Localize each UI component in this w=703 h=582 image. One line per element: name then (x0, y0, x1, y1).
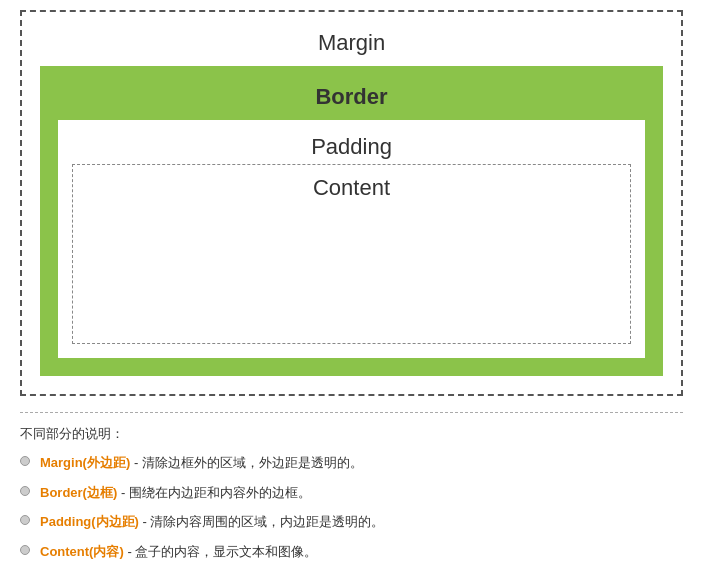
border-label: Border (58, 84, 645, 110)
bullet-icon (20, 545, 30, 555)
content-label: Content (83, 175, 620, 201)
list-item-text: Content(内容) - 盒子的内容，显示文本和图像。 (40, 542, 317, 562)
bullet-icon (20, 515, 30, 525)
list-item: Padding(内边距) - 清除内容周围的区域，内边距是透明的。 (20, 512, 683, 532)
list-item-term: Margin(外边距) (40, 455, 130, 470)
list-item-text: Border(边框) - 围绕在内边距和内容外的边框。 (40, 483, 311, 503)
description-list: Margin(外边距) - 清除边框外的区域，外边距是透明的。Border(边框… (20, 453, 683, 561)
list-item-term: Padding(内边距) (40, 514, 139, 529)
padding-label: Padding (72, 134, 631, 160)
margin-label: Margin (40, 30, 663, 56)
bullet-icon (20, 486, 30, 496)
css-box-model-diagram: Margin Border Padding Content (20, 10, 683, 396)
description-title: 不同部分的说明： (20, 425, 683, 443)
list-item: Content(内容) - 盒子的内容，显示文本和图像。 (20, 542, 683, 562)
border-box: Border Padding Content (40, 66, 663, 376)
list-item: Margin(外边距) - 清除边框外的区域，外边距是透明的。 (20, 453, 683, 473)
content-box: Content (72, 164, 631, 344)
list-item-term: Content(内容) (40, 544, 124, 559)
bullet-icon (20, 456, 30, 466)
list-item: Border(边框) - 围绕在内边距和内容外的边框。 (20, 483, 683, 503)
padding-box: Padding Content (58, 120, 645, 358)
list-item-text: Margin(外边距) - 清除边框外的区域，外边距是透明的。 (40, 453, 363, 473)
list-item-term: Border(边框) (40, 485, 117, 500)
description-area: 不同部分的说明： Margin(外边距) - 清除边框外的区域，外边距是透明的。… (20, 412, 683, 561)
list-item-text: Padding(内边距) - 清除内容周围的区域，内边距是透明的。 (40, 512, 385, 532)
